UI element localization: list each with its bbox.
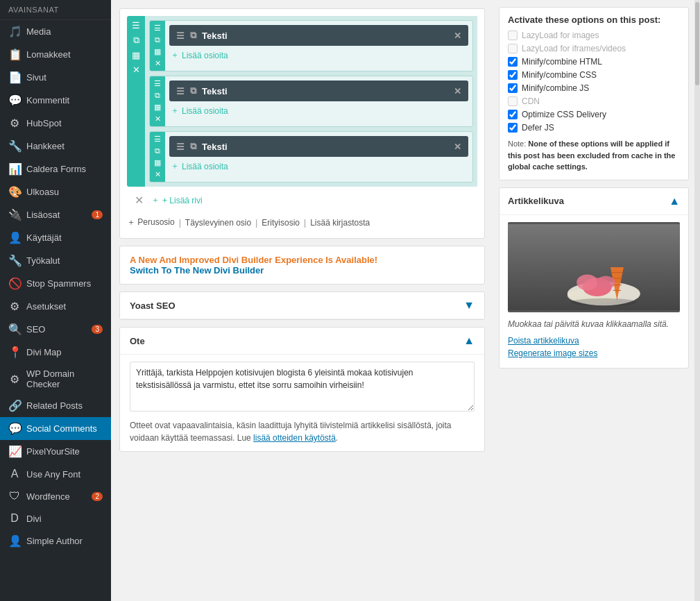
sidebar-item-ulkoasu[interactable]: 🎨 Ulkoasu [0, 180, 111, 203]
seo-icon: 🔍 [8, 323, 21, 336]
perusosio-btn[interactable]: ＋ Perusosio [127, 217, 175, 228]
sidebar-item-lisaosat[interactable]: 🔌 Lisäosat 1 [0, 203, 111, 226]
module-block-row3[interactable]: ☰ ⧉ Teksti ✕ [169, 136, 468, 157]
cache-option-minify-html: Minify/combine HTML [508, 57, 680, 67]
row-grid-icon-row3[interactable]: ▦ [154, 158, 161, 167]
right-scrollbar-thumb[interactable] [695, 2, 699, 85]
add-row-button[interactable]: ＋ + Lisää rivi [151, 194, 203, 206]
builder-bar-close-icon[interactable]: ✕ [129, 65, 143, 75]
right-panel: Activate these options on this post: Laz… [493, 0, 694, 601]
yoast-seo-header[interactable]: Yoast SEO ▼ [120, 292, 484, 319]
sidebar-item-lomakkeet[interactable]: 📋 Lomakkeet [0, 43, 111, 66]
module-block-row1[interactable]: ☰ ⧉ Teksti ✕ [169, 25, 468, 46]
checkbox-label-minify-css: Minify/combine CSS [522, 70, 597, 80]
sidebar-item-pixelyoursite[interactable]: 📈 PixelYourSite [0, 440, 111, 463]
sidebar-item-tyokalut[interactable]: 🔧 Työkalut [0, 249, 111, 272]
row-side-row2: ☰ ⧉ ▦ ✕ [150, 76, 165, 126]
erityisosio-btn[interactable]: Erityisosio [262, 218, 300, 228]
row-copy-icon-row2[interactable]: ⧉ [155, 91, 160, 100]
row-menu-icon-row3[interactable]: ☰ [154, 135, 161, 144]
sidebar-label-caldera-forms: Caldera Forms [26, 164, 86, 174]
tayslevyinen-btn[interactable]: Täyslevyinen osio [185, 218, 251, 228]
checkbox-defer-js[interactable] [508, 123, 518, 133]
sidebar-item-related-posts[interactable]: 🔗 Related Posts [0, 394, 111, 417]
sidebar-item-wordfence[interactable]: 🛡 Wordfence 2 [0, 485, 111, 507]
row-close-icon-row3[interactable]: ✕ [155, 170, 161, 179]
sidebar-item-caldera-forms[interactable]: 📊 Caldera Forms [0, 158, 111, 180]
badge-lisaosat: 1 [92, 210, 103, 219]
sidebar-item-media[interactable]: 🎵 Media [0, 20, 111, 43]
regenerate-image-link[interactable]: Regenerate image sizes [508, 348, 680, 358]
module-close-icon-row3[interactable]: ✕ [454, 142, 461, 152]
promo-link[interactable]: Switch To The New Divi Builder [130, 265, 264, 276]
sidebar-label-ulkoasu: Ulkoasu [26, 187, 59, 197]
add-section-btn-row2[interactable]: ＋ Lisää osioita [169, 101, 468, 120]
row-copy-icon-row1[interactable]: ⧉ [155, 35, 160, 44]
checkbox-optimize-css[interactable] [508, 110, 518, 119]
module-copy-icon-row3[interactable]: ⧉ [190, 141, 196, 152]
related-posts-icon: 🔗 [8, 399, 21, 412]
row-close-icon-row2[interactable]: ✕ [155, 115, 161, 124]
sivut-icon: 📄 [8, 71, 21, 84]
sidebar-item-social-comments[interactable]: 💬 Social Comments [0, 417, 111, 440]
poista-artikkelikuva-link[interactable]: Poista artikkelikuva [508, 336, 680, 346]
add-section-btn-row3[interactable]: ＋ Lisää osioita [169, 157, 468, 176]
sidebar-item-stop-spammers[interactable]: 🚫 Stop Spammers [0, 272, 111, 295]
sidebar-item-seo[interactable]: 🔍 SEO 3 [0, 318, 111, 341]
kayttajat-icon: 👤 [8, 231, 21, 244]
module-copy-icon-row2[interactable]: ⧉ [190, 85, 196, 96]
cache-option-defer-js: Defer JS [508, 123, 680, 133]
row-grid-icon-row2[interactable]: ▦ [154, 103, 161, 112]
artikkelikuva-header[interactable]: Artikkelikuva ▲ [500, 188, 688, 215]
row-content-row2: ☰ ⧉ Teksti ✕ ＋ Lisää osioita [165, 76, 472, 126]
row-menu-icon-row2[interactable]: ☰ [154, 79, 161, 88]
module-menu-icon-row2[interactable]: ☰ [176, 86, 185, 96]
sidebar-item-divi-map[interactable]: 📍 Divi Map [0, 341, 111, 364]
row-menu-icon-row1[interactable]: ☰ [154, 24, 161, 33]
sidebar-item-kommentit[interactable]: 💬 Kommentit [0, 89, 111, 112]
module-close-icon-row1[interactable]: ✕ [454, 31, 461, 41]
row-grid-icon-row1[interactable]: ▦ [154, 47, 161, 56]
sidebar-item-divi[interactable]: D Divi [0, 507, 111, 530]
sidebar-label-hankkeet: Hankkeet [26, 141, 65, 151]
sidebar-item-simple-author[interactable]: 👤 Simple Author [0, 530, 111, 552]
yoast-seo-toggle[interactable]: ▼ [463, 299, 475, 312]
builder-bar-grid-icon[interactable]: ▦ [129, 50, 143, 60]
ulkoasu-icon: 🎨 [8, 185, 21, 198]
builder-close-button[interactable]: ✕ [131, 192, 147, 208]
checkbox-minify-css[interactable] [508, 70, 518, 80]
row-close-icon-row1[interactable]: ✕ [155, 59, 161, 68]
sidebar-item-sivut[interactable]: 📄 Sivut [0, 66, 111, 89]
sidebar-item-use-any-font[interactable]: A Use Any Font [0, 463, 111, 485]
add-section-label-row1: Lisää osioita [182, 51, 228, 60]
cache-option-lazyload-iframes: LazyLoad for iframes/videos [508, 44, 680, 53]
checkbox-minify-js[interactable] [508, 83, 518, 93]
sidebar-item-kayttajat[interactable]: 👤 Käyttäjät [0, 226, 111, 249]
sidebar-item-asetukset[interactable]: ⚙ Asetukset [0, 295, 111, 318]
sidebar-item-wp-domain-checker[interactable]: ⚙ WP Domain Checker [0, 364, 111, 394]
row-copy-icon-row3[interactable]: ⧉ [155, 146, 160, 155]
checkbox-minify-html[interactable] [508, 57, 518, 67]
module-copy-icon-row1[interactable]: ⧉ [190, 30, 196, 41]
ote-toggle[interactable]: ▲ [463, 335, 475, 347]
ote-title: Ote [130, 336, 145, 346]
module-block-row2[interactable]: ☰ ⧉ Teksti ✕ [169, 81, 468, 101]
ote-note-link[interactable]: lisää otteiden käytöstä [253, 433, 336, 443]
ote-textarea[interactable] [130, 362, 475, 412]
sidebar-item-hankkeet[interactable]: 🔧 Hankkeet [0, 135, 111, 158]
builder-bar-menu-icon[interactable]: ☰ [129, 20, 143, 31]
checkbox-label-minify-html: Minify/combine HTML [522, 57, 602, 67]
svg-point-13 [571, 298, 637, 305]
artikkelikuva-image[interactable] [508, 222, 680, 312]
checkbox-label-defer-js: Defer JS [522, 123, 554, 133]
lisaa-kirjastosta-btn[interactable]: Lisää kirjastosta [310, 218, 370, 228]
sidebar-item-hubspot[interactable]: ⚙ HubSpot [0, 112, 111, 135]
module-menu-icon-row3[interactable]: ☰ [176, 142, 185, 152]
builder-bar-copy-icon[interactable]: ⧉ [129, 35, 143, 46]
module-menu-icon-row1[interactable]: ☰ [176, 31, 185, 41]
wordfence-icon: 🛡 [8, 490, 21, 502]
ote-header[interactable]: Ote ▲ [120, 328, 484, 355]
add-section-btn-row1[interactable]: ＋ Lisää osioita [169, 46, 468, 65]
artikkelikuva-toggle[interactable]: ▲ [669, 195, 680, 208]
module-close-icon-row2[interactable]: ✕ [454, 86, 461, 96]
